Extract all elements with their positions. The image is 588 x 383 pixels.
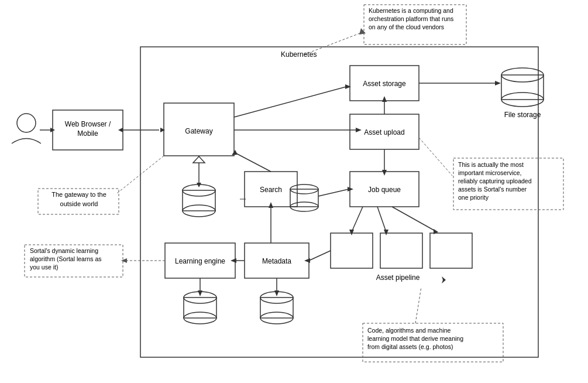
svg-text:important microservice,: important microservice, (458, 169, 522, 176)
svg-marker-68 (121, 258, 127, 263)
svg-rect-53 (430, 233, 472, 268)
svg-marker-43 (382, 170, 387, 176)
learning-engine-label: Learning engine (175, 257, 225, 265)
svg-line-57 (377, 207, 386, 232)
gateway-label: Gateway (185, 127, 212, 135)
asset-storage-label: Asset storage (363, 80, 406, 88)
svg-text:orchestration platform that ru: orchestration platform that runs (369, 15, 453, 22)
svg-text:outside world: outside world (60, 200, 98, 207)
svg-marker-28 (495, 81, 501, 86)
file-storage-label: File storage (504, 111, 541, 119)
svg-rect-18 (183, 190, 215, 211)
svg-marker-58 (384, 230, 388, 235)
svg-marker-63 (304, 258, 310, 263)
svg-rect-0 (140, 47, 538, 357)
svg-text:algorithm (Sortal learns as: algorithm (Sortal learns as (30, 255, 102, 262)
svg-line-22 (234, 87, 346, 117)
svg-text:you use it): you use it) (30, 264, 58, 271)
gateway-note: The gateway to the (51, 191, 106, 198)
svg-marker-76 (198, 290, 202, 296)
svg-marker-90 (193, 156, 205, 163)
asset-pipeline-label: Asset pipeline (376, 273, 420, 282)
svg-rect-78 (260, 297, 293, 318)
svg-rect-30 (501, 75, 544, 100)
svg-marker-25 (356, 128, 362, 132)
asset-upload-label: Asset upload (364, 128, 404, 136)
svg-line-59 (392, 207, 436, 231)
svg-text:from digital assets (e.g. phot: from digital assets (e.g. photos) (367, 343, 453, 350)
svg-marker-85 (269, 202, 273, 208)
job-queue-label: Job queue (368, 186, 401, 194)
svg-text:one priority: one priority (458, 194, 489, 201)
svg-marker-48 (348, 187, 353, 192)
svg-rect-51 (331, 233, 373, 268)
kubernetes-label: Kubernetes (281, 50, 317, 59)
svg-text:assets is Sortal's number: assets is Sortal's number (458, 186, 527, 193)
svg-marker-12 (160, 128, 165, 132)
svg-marker-56 (349, 230, 354, 235)
svg-text:on any of the cloud vendors: on any of the cloud vendors (369, 23, 444, 30)
svg-text:reliably capturing uploaded: reliably capturing uploaded (458, 177, 532, 184)
svg-marker-83 (232, 150, 238, 155)
svg-point-6 (17, 114, 36, 132)
pipeline-note: Code, algorithms and machine (367, 327, 451, 334)
svg-line-40 (419, 138, 452, 176)
svg-marker-66 (231, 258, 236, 263)
web-browser-label: Web Browser / (65, 120, 111, 128)
svg-marker-21 (197, 183, 201, 187)
kubernetes-note: Kubernetes is a computing and (369, 7, 453, 14)
svg-marker-2 (359, 28, 366, 35)
svg-marker-81 (274, 290, 279, 296)
svg-line-47 (318, 189, 349, 196)
metadata-label: Metadata (262, 257, 291, 265)
svg-text:learning model that derive mea: learning model that derive meaning (367, 335, 463, 342)
svg-line-62 (309, 251, 331, 261)
web-browser-label2: Mobile (77, 129, 98, 138)
svg-marker-34 (382, 96, 387, 102)
svg-marker-54 (442, 276, 446, 283)
svg-rect-45 (290, 189, 318, 207)
search-label: Search (260, 186, 282, 194)
svg-rect-52 (380, 233, 422, 268)
svg-line-89 (415, 287, 421, 323)
svg-line-1 (304, 32, 363, 54)
svg-line-82 (234, 152, 271, 172)
svg-line-55 (352, 207, 363, 232)
asset-upload-note: This is actually the most (458, 161, 524, 168)
learning-note: Sortal's dynamic learning (30, 247, 98, 254)
svg-rect-73 (184, 297, 216, 318)
svg-marker-11 (118, 128, 123, 132)
